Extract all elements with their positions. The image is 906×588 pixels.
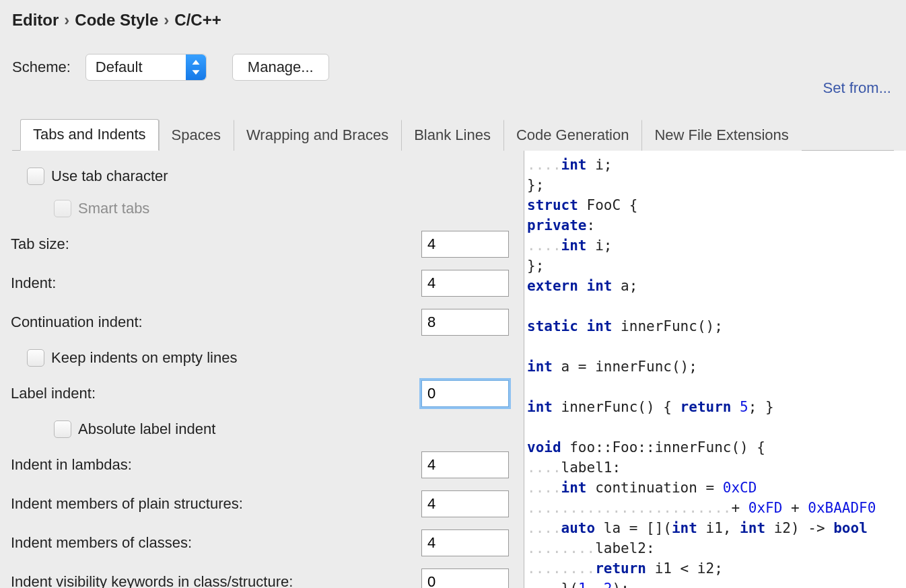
scheme-value: Default [96,59,143,76]
plain-struct-indent-input[interactable] [421,490,509,517]
absolute-label-indent-checkbox[interactable] [54,420,71,438]
crumb-cpp: C/C++ [174,11,221,30]
breadcrumb: Editor › Code Style › C/C++ [12,11,894,30]
tab-tabs-indents[interactable]: Tabs and Indents [20,119,159,151]
use-tab-char-label: Use tab character [51,168,168,185]
tab-code-gen[interactable]: Code Generation [503,120,642,151]
lambda-indent-label: Indent in lambdas: [11,456,132,474]
tab-new-file-ext[interactable]: New File Extensions [641,120,801,151]
form-pane: Use tab character Smart tabs Tab size: I… [0,151,524,588]
manage-button-label: Manage... [248,59,314,76]
tab-size-input[interactable] [421,231,509,258]
use-tab-char-checkbox[interactable] [27,168,44,185]
indent-input[interactable] [421,270,509,297]
crumb-code-style: Code Style [75,11,158,30]
code-preview-text: ....int i; }; struct FooC { private: ...… [527,155,906,588]
visibility-indent-input[interactable] [421,568,509,588]
set-from-link[interactable]: Set from... [823,79,891,97]
class-members-indent-label: Indent members of classes: [11,534,192,552]
tab-bar: Tabs and Indents Spaces Wrapping and Bra… [12,118,894,151]
keep-indents-empty-checkbox[interactable] [27,349,44,367]
continuation-indent-input[interactable] [421,309,509,336]
tab-wrapping[interactable]: Wrapping and Braces [234,120,401,151]
updown-arrows-icon [186,54,206,80]
indent-label: Indent: [11,274,56,292]
class-members-indent-input[interactable] [421,529,509,556]
plain-struct-indent-label: Indent members of plain structures: [11,495,243,513]
smart-tabs-label: Smart tabs [78,200,149,217]
absolute-label-indent-label: Absolute label indent [78,420,215,438]
chevron-right-icon: › [162,11,170,30]
tab-size-label: Tab size: [11,235,69,253]
scheme-label: Scheme: [12,59,71,76]
label-indent-label: Label indent: [11,385,96,402]
chevron-right-icon: › [63,11,71,30]
code-preview: ....int i; }; struct FooC { private: ...… [524,151,906,588]
keep-indents-empty-label: Keep indents on empty lines [51,349,237,367]
scheme-select[interactable]: Default [85,54,207,81]
crumb-editor: Editor [12,11,59,30]
tab-blank-lines[interactable]: Blank Lines [401,120,503,151]
label-indent-input[interactable] [421,380,509,407]
lambda-indent-input[interactable] [421,451,509,478]
tab-spaces[interactable]: Spaces [159,120,234,151]
manage-button[interactable]: Manage... [232,54,329,81]
continuation-indent-label: Continuation indent: [11,314,143,331]
smart-tabs-checkbox [54,200,71,217]
visibility-indent-label: Indent visibility keywords in class/stru… [11,573,293,588]
